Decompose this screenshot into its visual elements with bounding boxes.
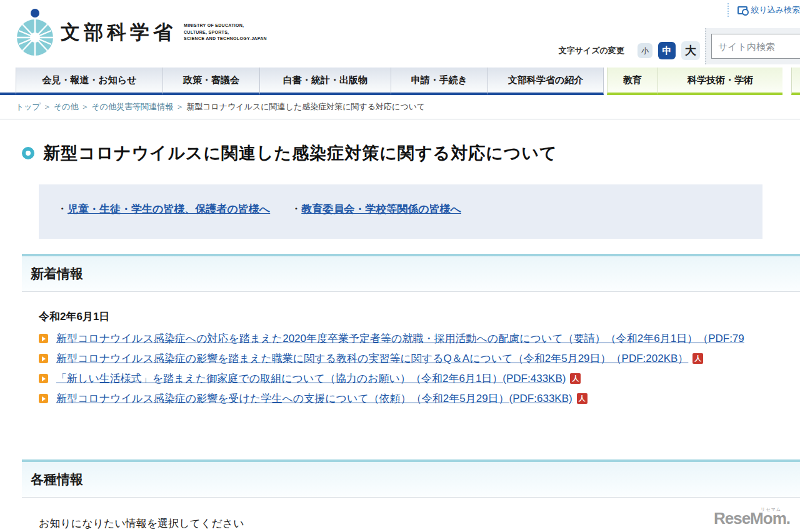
pdf-file-icon[interactable]: 人 [577, 393, 588, 404]
bullet-icon: ・ [291, 203, 301, 215]
nav-tab-partial[interactable] [791, 68, 800, 95]
news-link-new-lifestyle[interactable]: 「新しい生活様式」を踏まえた御家庭での取組について（協力のお願い）（令和2年6月… [56, 371, 566, 386]
various-info-description: お知りになりたい情報を選択してください [39, 516, 800, 531]
mext-logo-icon [16, 8, 54, 58]
page-title: 新型コロナウイルスに関連した感染症対策に関する対応について [43, 142, 558, 164]
news-heading: 新着情報 [22, 254, 800, 292]
pdf-file-icon[interactable]: 人 [692, 353, 703, 364]
news-link-vocational-qa[interactable]: 新型コロナウイルス感染症の影響を踏まえた職業に関する教科の実習等に関するQ＆Aに… [56, 351, 688, 366]
news-date: 令和2年6月1日 [39, 309, 800, 324]
news-link-employment[interactable]: 新型コロナウイルス感染症への対応を踏まえた2020年度卒業予定者等の就職・採用活… [56, 331, 744, 346]
refine-search-link[interactable]: 絞り込み検索 [738, 4, 800, 16]
site-search-panel [705, 28, 800, 64]
bullet-icon: ・ [58, 203, 67, 215]
students-parents-link[interactable]: 児童・生徒・学生の皆様、保護者の皆様へ [68, 202, 270, 216]
nav-tab-about[interactable]: 文部科学省の紹介 [488, 68, 604, 95]
global-nav: 会見・報道・お知らせ 政策・審議会 白書・統計・出版物 申請・手続き 文部科学省… [0, 64, 800, 95]
quick-link-schools: ・ 教育委員会・学校等関係の皆様へ [291, 202, 461, 216]
site-header: 文部科学省 MINISTRY OF EDUCATION, CULTURE, SP… [0, 0, 800, 64]
nav-tab-whitepaper[interactable]: 白書・統計・出版物 [259, 68, 391, 95]
ministry-name: 文部科学省 [61, 19, 176, 46]
pdf-file-icon[interactable]: 人 [570, 373, 581, 384]
breadcrumb-current: 新型コロナウイルスに関連した感染症対策に関する対応について [186, 102, 425, 111]
news-list: 新型コロナウイルス感染症への対応を踏まえた2020年度卒業予定者等の就職・採用活… [39, 331, 800, 406]
font-size-controls: 文字サイズの変更 小 中 大 [559, 41, 700, 60]
refine-search: 絞り込み検索 [728, 3, 800, 17]
news-item: 新型コロナウイルス感染症の影響を受けた学生への支援について（依頼）（令和2年5月… [39, 391, 800, 406]
ministry-name-english: MINISTRY OF EDUCATION, CULTURE, SPORTS, … [184, 23, 267, 43]
font-size-label: 文字サイズの変更 [559, 45, 624, 56]
font-size-small-button[interactable]: 小 [638, 43, 652, 58]
font-size-medium-button[interactable]: 中 [658, 42, 676, 59]
resemom-watermark: リセマム ReseMom. [714, 509, 790, 528]
breadcrumb-others[interactable]: その他 [54, 102, 79, 111]
nav-tab-application[interactable]: 申請・手続き [391, 68, 488, 95]
news-section: 新着情報 令和2年6月1日 新型コロナウイルス感染症への対応を踏まえた2020年… [0, 254, 800, 406]
mext-logo[interactable]: 文部科学省 MINISTRY OF EDUCATION, CULTURE, SP… [16, 8, 267, 58]
various-info-section: 各種情報 お知りになりたい情報を選択してください [0, 459, 800, 531]
news-link-student-support[interactable]: 新型コロナウイルス感染症の影響を受けた学生への支援について（依頼）（令和2年5月… [56, 391, 572, 406]
breadcrumb-disaster-info[interactable]: その他災害等関連情報 [92, 102, 174, 111]
nav-left-accent [0, 93, 16, 95]
various-info-heading: 各種情報 [22, 459, 800, 498]
arrow-bullet-icon [39, 354, 48, 363]
watermark-ruby: リセマム [761, 506, 781, 513]
boards-schools-link[interactable]: 教育委員会・学校等関係の皆様へ [301, 202, 461, 216]
nav-tab-science[interactable]: 科学技術・学術 [658, 68, 782, 95]
breadcrumb-top[interactable]: トップ [16, 102, 41, 111]
refine-search-icon [738, 6, 748, 14]
font-size-large-button[interactable]: 大 [681, 41, 700, 60]
site-search-input[interactable] [711, 34, 800, 59]
title-bullet-icon [22, 147, 34, 159]
audience-links-box: ・ 児童・生徒・学生の皆様、保護者の皆様へ ・ 教育委員会・学校等関係の皆様へ [39, 184, 762, 239]
news-item: 新型コロナウイルス感染症の影響を踏まえた職業に関する教科の実習等に関するQ＆Aに… [39, 351, 800, 366]
breadcrumb: トップ＞その他＞その他災害等関連情報＞新型コロナウイルスに関連した感染症対策に関… [0, 95, 800, 119]
quick-link-students: ・ 児童・生徒・学生の皆様、保護者の皆様へ [58, 202, 270, 216]
arrow-bullet-icon [39, 394, 48, 403]
arrow-bullet-icon [39, 374, 48, 383]
nav-tab-press[interactable]: 会見・報道・お知らせ [16, 68, 162, 95]
main-content: 新型コロナウイルスに関連した感染症対策に関する対応について ・ 児童・生徒・学生… [0, 142, 800, 531]
nav-tab-education[interactable]: 教育 [607, 68, 658, 95]
arrow-bullet-icon [39, 334, 48, 343]
news-item: 新型コロナウイルス感染症への対応を踏まえた2020年度卒業予定者等の就職・採用活… [39, 331, 800, 346]
nav-tab-policy[interactable]: 政策・審議会 [162, 68, 259, 95]
news-item: 「新しい生活様式」を踏まえた御家庭での取組について（協力のお願い）（令和2年6月… [39, 371, 800, 386]
